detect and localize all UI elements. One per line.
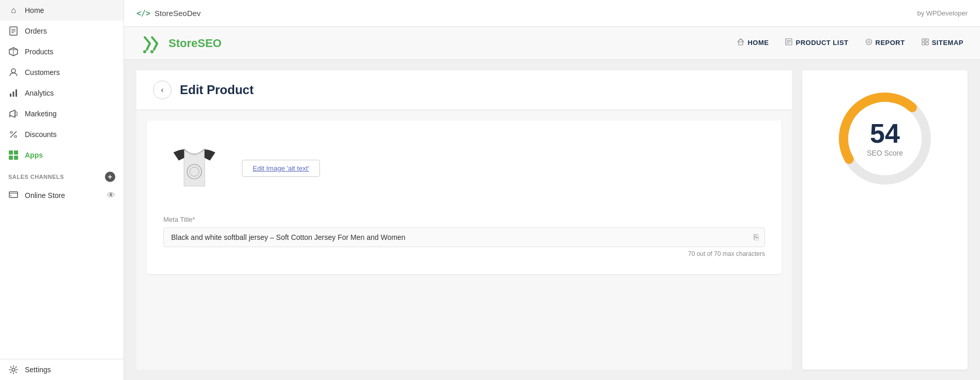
- online-store-label: Online Store: [25, 191, 65, 200]
- sidebar-bottom: Settings: [0, 359, 124, 380]
- svg-point-23: [143, 50, 146, 53]
- sales-channels-section: SALES CHANNELS +: [0, 165, 124, 184]
- svg-rect-10: [16, 89, 17, 97]
- report-nav-icon: [865, 38, 872, 47]
- brand-name: StoreSeoDev: [155, 9, 201, 18]
- svg-line-21: [152, 37, 157, 43]
- svg-rect-11: [15, 112, 17, 116]
- edit-product-section: ‹ Edit Product: [136, 70, 792, 370]
- edit-product-header: ‹ Edit Product: [136, 70, 792, 110]
- svg-rect-9: [13, 92, 14, 97]
- home-nav-icon: [737, 38, 744, 47]
- sidebar-item-discounts[interactable]: Discounts: [0, 124, 124, 145]
- sidebar-item-label: Customers: [25, 68, 60, 77]
- copy-icon[interactable]: ⎘: [754, 233, 759, 242]
- svg-point-7: [11, 69, 16, 73]
- svg-line-22: [154, 43, 157, 50]
- apps-icon: [8, 150, 19, 160]
- discounts-icon: [8, 129, 19, 140]
- plugin-nav: HOME PRODUCT LIST REPORT SITEMAP: [737, 36, 963, 50]
- online-store-item[interactable]: Online Store 👁: [0, 184, 124, 206]
- eye-icon: 👁: [107, 191, 115, 200]
- sidebar-item-settings[interactable]: Settings: [0, 359, 124, 380]
- svg-rect-25: [739, 42, 743, 45]
- svg-line-19: [145, 37, 150, 43]
- products-icon: [8, 47, 19, 57]
- svg-point-24: [150, 50, 154, 53]
- sidebar-item-label: Analytics: [25, 89, 54, 97]
- page-body: ‹ Edit Product: [124, 60, 980, 380]
- svg-line-20: [147, 43, 150, 50]
- sidebar-item-orders[interactable]: Orders: [0, 21, 124, 41]
- plugin-nav-sitemap[interactable]: SITEMAP: [922, 36, 963, 50]
- sidebar-item-label: Apps: [25, 151, 43, 159]
- customers-icon: [8, 67, 19, 78]
- seo-score-circle: 54 SEO Score: [833, 87, 937, 190]
- plugin-logo-text: StoreSEO: [169, 37, 222, 50]
- edit-image-alt-button[interactable]: Edit Image 'alt text': [242, 160, 320, 177]
- char-count: 70 out of 70 max characters: [163, 250, 765, 257]
- page-title: Edit Product: [180, 83, 254, 97]
- product-image: [163, 137, 225, 199]
- marketing-icon: [8, 109, 19, 119]
- add-channel-button[interactable]: +: [105, 172, 115, 182]
- sidebar-item-label: Orders: [25, 27, 47, 35]
- product-tshirt-image: [166, 140, 223, 196]
- sidebar-item-home[interactable]: ⌂ Home: [0, 0, 124, 21]
- meta-title-input[interactable]: Black and white softball jersey – Soft C…: [163, 227, 765, 247]
- sidebar-item-apps[interactable]: Apps: [0, 145, 124, 165]
- svg-rect-8: [10, 94, 11, 97]
- seo-score-label: SEO Score: [867, 149, 903, 157]
- online-store-icon: [8, 189, 19, 201]
- svg-point-13: [10, 131, 12, 133]
- svg-line-15: [10, 131, 17, 138]
- main-content: </> StoreSeoDev by WPDeveloper StoreSEO: [124, 0, 980, 380]
- sidebar-item-label: Home: [25, 6, 44, 14]
- edit-product-body: Edit Image 'alt text' Meta Title* Black …: [147, 120, 782, 274]
- home-icon: ⌂: [8, 5, 19, 16]
- meta-title-label: Meta Title*: [163, 216, 765, 223]
- plugin-nav-product-list[interactable]: PRODUCT LIST: [785, 36, 848, 50]
- product-list-nav-icon: [785, 38, 792, 47]
- svg-rect-35: [926, 42, 928, 45]
- back-button[interactable]: ‹: [153, 81, 172, 99]
- svg-point-17: [10, 195, 11, 196]
- brand-code: </>: [136, 9, 150, 18]
- svg-point-31: [868, 41, 870, 43]
- seo-score-number: 54: [870, 120, 900, 147]
- svg-point-14: [14, 135, 17, 138]
- analytics-icon: [8, 88, 19, 98]
- svg-rect-16: [9, 192, 18, 197]
- sidebar-item-label: Marketing: [25, 110, 56, 118]
- sidebar-item-customers[interactable]: Customers: [0, 62, 124, 83]
- product-image-row: Edit Image 'alt text': [163, 137, 765, 199]
- plugin-logo: StoreSEO: [141, 32, 222, 55]
- meta-title-field: Meta Title* Black and white softball jer…: [163, 216, 765, 257]
- seo-score-center: 54 SEO Score: [867, 120, 903, 157]
- plugin-header: StoreSEO HOME PRODUCT LIST REPORT: [124, 27, 980, 60]
- plugin-nav-report[interactable]: REPORT: [865, 36, 905, 50]
- svg-rect-32: [922, 39, 925, 41]
- top-bar: </> StoreSeoDev by WPDeveloper: [124, 0, 980, 27]
- sidebar-item-label: Discounts: [25, 130, 56, 139]
- orders-icon: [8, 26, 19, 36]
- sidebar-item-label: Settings: [25, 366, 51, 374]
- plugin-logo-icon: [141, 32, 163, 55]
- sidebar-item-analytics[interactable]: Analytics: [0, 83, 124, 103]
- svg-rect-33: [926, 39, 928, 41]
- svg-point-30: [866, 39, 871, 45]
- top-bar-by-text: by WPDeveloper: [917, 9, 968, 17]
- svg-rect-34: [922, 42, 925, 45]
- sidebar-item-products[interactable]: Products: [0, 41, 124, 62]
- sidebar-item-marketing[interactable]: Marketing: [0, 103, 124, 124]
- svg-point-18: [12, 368, 15, 371]
- sitemap-nav-icon: [922, 38, 929, 47]
- sidebar: ⌂ Home Orders Products Customers Analyti…: [0, 0, 124, 380]
- meta-title-wrapper: Black and white softball jersey – Soft C…: [163, 227, 765, 247]
- seo-score-panel: 54 SEO Score: [802, 70, 968, 370]
- settings-icon: [8, 364, 19, 375]
- top-bar-brand-area: </> StoreSeoDev: [136, 9, 201, 18]
- plugin-nav-home[interactable]: HOME: [737, 36, 769, 50]
- sidebar-item-label: Products: [25, 48, 53, 56]
